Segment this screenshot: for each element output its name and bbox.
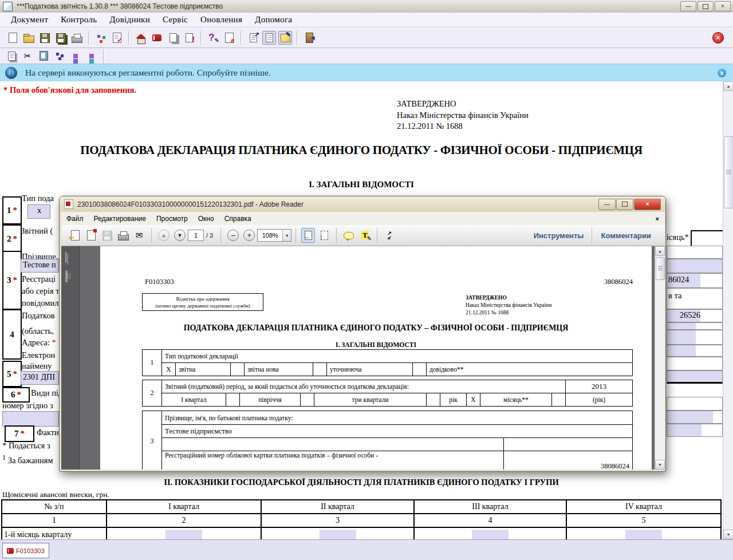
period-checkbox (226, 393, 240, 407)
main-scrollbar[interactable]: ▲ ▼ (723, 81, 733, 539)
menu-update[interactable]: Оновлення (194, 15, 249, 25)
kved-code-field[interactable]: 26526 (667, 309, 723, 322)
adobe-menu-file[interactable]: Файл (61, 215, 89, 223)
adobe-maximize-button[interactable] (616, 199, 633, 210)
period-checkbox (427, 393, 440, 407)
menu-help[interactable]: Допомога (249, 15, 298, 25)
adobe-scroll-thumb[interactable] (656, 257, 665, 280)
adobe-scroll-down-icon[interactable]: ▼ (655, 460, 665, 470)
comment-balloon-icon[interactable] (342, 228, 356, 243)
adobe-menu-edit[interactable]: Редактирование (89, 215, 151, 223)
tax-office-field[interactable]: 2301 ДПІ (21, 371, 59, 385)
save-icon[interactable] (38, 31, 52, 45)
q1-month1-input[interactable] (165, 530, 202, 539)
page-down-icon[interactable]: ▼ (173, 228, 187, 243)
zoom-dropdown-icon[interactable]: ▼ (282, 230, 291, 241)
zoom-out-icon[interactable]: – (226, 228, 240, 243)
home-icon[interactable] (134, 31, 148, 45)
paste-icon[interactable] (37, 49, 50, 63)
row4-number: 4 (2, 309, 22, 360)
comments-panel-button[interactable]: Комментарии (593, 231, 659, 240)
help-search-icon[interactable]: ?✎ (206, 31, 220, 45)
menu-service[interactable]: Сервіс (156, 15, 194, 25)
q2-month1-input[interactable] (320, 530, 356, 539)
open-folder-icon[interactable] (22, 31, 36, 45)
field-row[interactable] (667, 330, 723, 345)
page-number-input[interactable] (188, 230, 204, 241)
properties-icon[interactable]: ↗ (246, 31, 260, 45)
import-rows-icon[interactable] (53, 49, 66, 63)
col-header: № з/п (2, 500, 107, 514)
adobe-menu-help[interactable]: Справка (219, 215, 257, 223)
scroll-up-icon[interactable]: ▲ (723, 81, 733, 91)
view-notes-icon[interactable] (262, 31, 276, 45)
adobe-scrollbar[interactable]: ▲ ▼ (655, 246, 665, 470)
highlight-text-icon[interactable]: T✎ (358, 228, 372, 243)
col-number: 3 (261, 514, 414, 527)
print-icon[interactable] (70, 31, 84, 45)
field-row[interactable] (667, 322, 723, 330)
notification-close-icon[interactable]: x (718, 69, 726, 77)
document-tab[interactable]: F0103303 (2, 543, 49, 558)
reg-number-field[interactable]: 86024 (667, 273, 723, 288)
attachments-icon[interactable] (65, 271, 68, 282)
save-all-icon[interactable] (54, 31, 68, 45)
scroll-thumb[interactable] (724, 136, 733, 208)
month-value-box[interactable] (691, 230, 723, 247)
remove-row-icon[interactable] (85, 49, 98, 63)
print-icon[interactable] (116, 228, 130, 243)
field-row[interactable] (667, 259, 723, 273)
opt-label: звітна нова (245, 363, 313, 376)
page-up-icon[interactable]: ▲ (157, 228, 171, 243)
document-signature-icon[interactable]: a (222, 31, 236, 45)
close-button[interactable]: × (715, 1, 731, 11)
minimize-button[interactable]: — (680, 1, 696, 11)
name-label: Прізвище, ім'я, по батькові платника под… (162, 411, 633, 425)
new-document-icon[interactable] (6, 31, 19, 45)
adobe-minimize-button[interactable]: — (598, 199, 616, 210)
email-icon[interactable]: ✉ (132, 228, 146, 243)
activity-code-field[interactable] (2, 411, 59, 427)
menu-document[interactable]: Документ (5, 15, 54, 25)
menu-directories[interactable]: Довідники (103, 15, 156, 25)
cut-icon[interactable]: ✂ (21, 49, 34, 63)
document-alert-icon[interactable]: ! (182, 31, 196, 45)
field-row[interactable] (667, 345, 723, 357)
tools-panel-button[interactable]: Инструменты (526, 231, 592, 240)
taxpayer-name-field[interactable]: Тестове п (21, 259, 59, 273)
maximize-button[interactable] (697, 1, 714, 11)
zoom-in-icon[interactable]: + (242, 228, 256, 243)
field-row[interactable] (667, 246, 723, 259)
open-icon[interactable]: ↩ (68, 228, 82, 243)
menu-control[interactable]: Контроль (54, 15, 103, 25)
q3-month1-input[interactable] (472, 530, 509, 539)
fit-width-button[interactable]: ↕ (317, 228, 331, 243)
create-pdf-icon[interactable] (84, 228, 98, 243)
append-row-icon[interactable] (69, 49, 82, 63)
field-row[interactable] (667, 411, 723, 424)
abort-icon[interactable]: × (711, 31, 725, 45)
field-row[interactable] (667, 424, 723, 437)
pdf-row2-table: 2 Звітний (податковий) період, за який п… (142, 380, 633, 407)
copy-icon[interactable] (5, 49, 18, 63)
adobe-menu-window[interactable]: Окно (193, 215, 219, 223)
zoom-level-combo[interactable]: 108% ▼ (257, 229, 291, 242)
adobe-close-button[interactable]: × (634, 199, 661, 210)
save-icon[interactable] (100, 228, 114, 243)
register-book-icon[interactable] (150, 31, 164, 45)
adobe-menu-view[interactable]: Просмотр (151, 215, 193, 223)
field-row[interactable] (667, 370, 723, 384)
adobe-scroll-up-icon[interactable]: ▲ (655, 246, 665, 256)
report-structure-icon[interactable] (94, 31, 108, 45)
declaration-type-checkbox[interactable]: x (27, 204, 50, 219)
exit-icon[interactable]: ◄ (302, 31, 316, 45)
page-thumbnails-icon[interactable] (65, 253, 66, 263)
sticky-note-icon[interactable]: ✎ (278, 31, 292, 45)
check-document-icon[interactable]: ✓ (110, 31, 124, 45)
copy-documents-icon[interactable] (166, 31, 180, 45)
fullscreen-icon[interactable]: ↗↙ (383, 228, 396, 243)
menubar-close-icon[interactable]: × (656, 215, 665, 222)
scroll-down-icon[interactable]: ▼ (723, 530, 733, 539)
q4-month1-input[interactable] (625, 530, 662, 539)
scroll-mode-button[interactable]: ↔ (301, 228, 315, 243)
